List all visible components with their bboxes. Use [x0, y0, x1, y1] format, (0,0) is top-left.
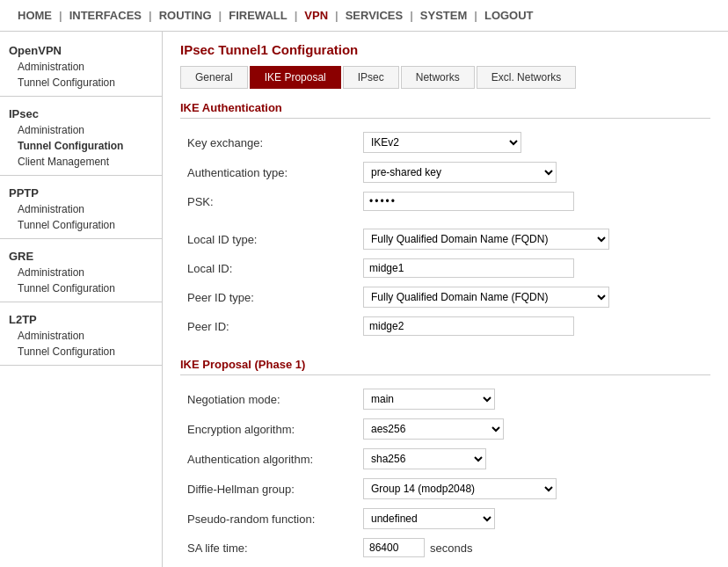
- sidebar-item-ipsec-admin[interactable]: Administration: [0, 122, 162, 138]
- sidebar-item-gre-admin[interactable]: Administration: [0, 265, 162, 280]
- sidebar: OpenVPN Administration Tunnel Configurat…: [0, 32, 163, 567]
- key-exchange-select[interactable]: IKEv2 IKEv1: [363, 132, 521, 153]
- nav-routing[interactable]: ROUTING: [156, 9, 215, 22]
- row-dh: Diffie-Hellman group: Group 14 (modp2048…: [180, 474, 710, 504]
- sidebar-item-ipsec-tunnel[interactable]: Tunnel Configuration: [0, 138, 162, 154]
- row-peer-id-type: Peer ID type: Fully Qualified Domain Nam…: [180, 282, 710, 312]
- nav-interfaces[interactable]: INTERFACES: [66, 9, 145, 22]
- sidebar-section-openvpn: OpenVPN: [0, 39, 162, 59]
- sidebar-item-openvpn-admin[interactable]: Administration: [0, 59, 162, 75]
- dh-label: Diffie-Hellman group:: [180, 474, 356, 504]
- auth-type-label: Authentication type:: [180, 157, 356, 187]
- ike-proposal-header: IKE Proposal (Phase 1): [180, 358, 710, 375]
- psk-label: PSK:: [180, 187, 356, 215]
- psk-input[interactable]: [363, 192, 574, 211]
- sidebar-item-l2tp-admin[interactable]: Administration: [0, 328, 162, 344]
- auth-type-select[interactable]: pre-shared key certificate: [363, 162, 557, 183]
- sep3: |: [219, 9, 222, 22]
- local-id-type-label: Local ID type:: [180, 224, 356, 254]
- sa-unit-label: seconds: [430, 542, 472, 555]
- sep7: |: [474, 9, 477, 22]
- tab-general[interactable]: General: [180, 66, 248, 89]
- top-navigation: HOME | INTERFACES | ROUTING | FIREWALL |…: [0, 0, 728, 32]
- peer-id-type-select[interactable]: Fully Qualified Domain Name (FQDN) IP Ad…: [363, 287, 609, 308]
- row-negotiation: Negotiation mode: main aggressive: [180, 384, 710, 414]
- nav-system[interactable]: SYSTEM: [417, 9, 470, 22]
- row-local-id: Local ID:: [180, 254, 710, 282]
- ike-proposal-table: Negotiation mode: main aggressive Encryp…: [180, 384, 710, 562]
- sa-label: SA life time:: [180, 534, 356, 562]
- row-prf: Pseudo-random function: undefined sha256…: [180, 504, 710, 534]
- sidebar-item-pptp-admin[interactable]: Administration: [0, 201, 162, 217]
- row-encryption: Encryption algorithm: aes256 aes128 3des: [180, 414, 710, 444]
- row-auth-type: Authentication type: pre-shared key cert…: [180, 157, 710, 187]
- sidebar-section-gre: GRE: [0, 244, 162, 265]
- sep2: |: [149, 9, 152, 22]
- ike-auth-header: IKE Authentication: [180, 101, 710, 119]
- sidebar-section-l2tp: L2TP: [0, 308, 162, 328]
- local-id-type-select[interactable]: Fully Qualified Domain Name (FQDN) IP Ad…: [363, 229, 609, 250]
- row-key-exchange: Key exchange: IKEv2 IKEv1: [180, 127, 710, 157]
- tab-ipsec[interactable]: IPsec: [343, 66, 399, 89]
- sep6: |: [410, 9, 413, 22]
- peer-id-input[interactable]: [363, 316, 574, 336]
- ike-auth-table: Key exchange: IKEv2 IKEv1 Authentication…: [180, 127, 710, 340]
- row-psk: PSK:: [180, 187, 710, 215]
- peer-id-type-label: Peer ID type:: [180, 282, 356, 312]
- auth-algo-label: Authentication algorithm:: [180, 444, 356, 474]
- dh-select[interactable]: Group 14 (modp2048) Group 2 (modp1024) G…: [363, 478, 557, 499]
- local-id-input[interactable]: [363, 258, 574, 278]
- prf-label: Pseudo-random function:: [180, 504, 356, 534]
- tab-ike-proposal[interactable]: IKE Proposal: [250, 66, 341, 89]
- sidebar-section-pptp: PPTP: [0, 181, 162, 201]
- encryption-label: Encryption algorithm:: [180, 414, 356, 444]
- sidebar-item-pptp-tunnel[interactable]: Tunnel Configuration: [0, 217, 162, 233]
- row-auth-algo: Authentication algorithm: sha256 sha1 md…: [180, 444, 710, 474]
- local-id-label: Local ID:: [180, 254, 356, 282]
- row-peer-id: Peer ID:: [180, 312, 710, 340]
- divider-3: [0, 238, 162, 239]
- divider-2: [0, 175, 162, 176]
- negotiation-select[interactable]: main aggressive: [363, 389, 495, 410]
- page-title: IPsec Tunnel1 Configuration: [180, 42, 710, 57]
- tab-excl-networks[interactable]: Excl. Networks: [477, 66, 576, 89]
- nav-services[interactable]: SERVICES: [342, 9, 407, 22]
- divider-4: [0, 302, 162, 302]
- sidebar-item-openvpn-tunnel[interactable]: Tunnel Configuration: [0, 75, 162, 91]
- nav-home[interactable]: HOME: [14, 9, 55, 22]
- sep1: |: [59, 9, 62, 22]
- key-exchange-label: Key exchange:: [180, 127, 356, 157]
- auth-algo-select[interactable]: sha256 sha1 md5: [363, 448, 486, 469]
- encryption-select[interactable]: aes256 aes128 3des: [363, 418, 504, 440]
- row-spacer: [180, 215, 710, 224]
- tab-networks[interactable]: Networks: [401, 66, 475, 89]
- tab-bar: General IKE Proposal IPsec Networks Excl…: [180, 66, 710, 89]
- prf-select[interactable]: undefined sha256 sha1: [363, 508, 495, 529]
- divider-1: [0, 96, 162, 97]
- sidebar-item-gre-tunnel[interactable]: Tunnel Configuration: [0, 280, 162, 296]
- main-content: IPsec Tunnel1 Configuration General IKE …: [163, 32, 728, 567]
- sep4: |: [295, 9, 298, 22]
- row-sa-lifetime: SA life time: seconds: [180, 534, 710, 562]
- nav-firewall[interactable]: FIREWALL: [225, 9, 290, 22]
- sidebar-section-ipsec: IPsec: [0, 102, 162, 122]
- sep5: |: [335, 9, 339, 22]
- sidebar-item-l2tp-tunnel[interactable]: Tunnel Configuration: [0, 344, 162, 360]
- divider-5: [0, 365, 162, 366]
- nav-logout[interactable]: LOGOUT: [481, 9, 537, 22]
- row-local-id-type: Local ID type: Fully Qualified Domain Na…: [180, 224, 710, 254]
- peer-id-label: Peer ID:: [180, 312, 356, 340]
- negotiation-label: Negotiation mode:: [180, 384, 356, 414]
- sidebar-item-ipsec-client[interactable]: Client Management: [0, 154, 162, 170]
- nav-vpn[interactable]: VPN: [301, 9, 331, 22]
- sa-value-input[interactable]: [363, 538, 425, 557]
